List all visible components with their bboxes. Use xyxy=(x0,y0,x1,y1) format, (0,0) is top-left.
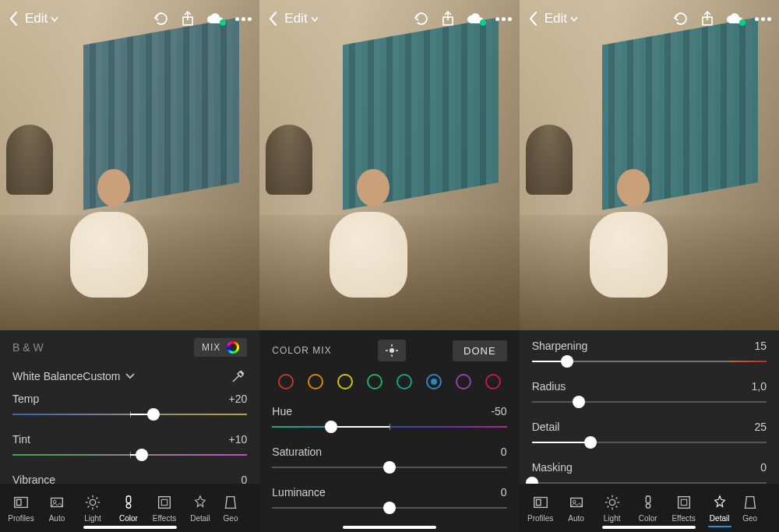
tab-auto[interactable]: Auto xyxy=(39,494,75,523)
swatch-green[interactable] xyxy=(367,374,382,389)
tab-color[interactable]: Color xyxy=(630,494,666,523)
tab-effects[interactable]: Effects xyxy=(666,494,702,523)
top-bar: Edit xyxy=(0,0,259,37)
detail-value: 25 xyxy=(754,421,767,433)
target-adjust-icon[interactable] xyxy=(378,340,406,361)
home-indicator[interactable] xyxy=(602,526,696,529)
photo-preview[interactable] xyxy=(520,0,779,330)
cloud-sync-icon[interactable] xyxy=(725,12,744,25)
bw-toggle[interactable]: B & W xyxy=(12,341,44,354)
edit-dropdown[interactable]: Edit xyxy=(545,11,578,26)
hue-label: Hue xyxy=(272,405,292,417)
sharpening-value: 15 xyxy=(754,340,767,352)
svg-line-35 xyxy=(607,497,608,499)
swatch-blue[interactable] xyxy=(426,374,442,389)
svg-point-5 xyxy=(90,499,95,505)
cloud-sync-icon[interactable] xyxy=(206,12,224,25)
hue-value: -50 xyxy=(491,405,506,417)
undo-icon[interactable] xyxy=(672,12,689,26)
more-icon[interactable] xyxy=(235,17,252,21)
white-balance-dropdown[interactable]: Custom xyxy=(83,370,134,382)
svg-line-37 xyxy=(607,506,608,507)
svg-point-30 xyxy=(609,499,615,505)
home-indicator[interactable] xyxy=(83,526,177,529)
luminance-label: Luminance xyxy=(272,486,326,499)
svg-line-36 xyxy=(615,506,617,507)
saturation-slider[interactable] xyxy=(272,460,506,475)
luminance-slider[interactable] xyxy=(272,500,506,516)
tool-tabs: Profiles Auto Light Color Effects Detail… xyxy=(520,484,779,532)
share-icon[interactable] xyxy=(181,11,195,26)
tab-color[interactable]: Color xyxy=(111,494,146,523)
back-icon[interactable] xyxy=(8,11,19,26)
tab-effects[interactable]: Effects xyxy=(146,494,182,523)
more-icon[interactable] xyxy=(755,17,771,21)
top-bar: Edit xyxy=(259,0,519,37)
radius-slider[interactable] xyxy=(532,394,767,410)
photo-preview[interactable] xyxy=(0,0,259,330)
saturation-label: Saturation xyxy=(272,446,322,458)
svg-line-12 xyxy=(88,506,90,507)
screen-detail-panel: Edit Sharpening 15 Radius 1,0 xyxy=(520,0,779,532)
more-icon[interactable] xyxy=(495,17,512,21)
svg-line-11 xyxy=(97,506,98,507)
swatch-red[interactable] xyxy=(278,374,294,389)
saturation-value: 0 xyxy=(501,446,507,458)
radius-value: 1,0 xyxy=(752,380,767,393)
svg-rect-42 xyxy=(681,499,686,505)
radius-label: Radius xyxy=(532,380,566,393)
tab-profiles[interactable]: Profiles xyxy=(3,494,39,523)
tab-light[interactable]: Light xyxy=(594,494,630,523)
svg-rect-14 xyxy=(126,495,131,502)
top-bar: Edit xyxy=(520,0,779,37)
svg-point-15 xyxy=(126,503,131,508)
hue-slider[interactable] xyxy=(272,419,506,435)
undo-icon[interactable] xyxy=(413,12,430,26)
color-mix-title: COLOR MIX xyxy=(272,345,331,356)
edit-dropdown[interactable]: Edit xyxy=(284,11,318,26)
swatch-yellow[interactable] xyxy=(337,374,353,389)
detail-slider[interactable] xyxy=(532,435,767,450)
svg-rect-39 xyxy=(646,495,650,502)
eyedropper-icon[interactable] xyxy=(230,368,247,385)
swatch-aqua[interactable] xyxy=(397,374,412,389)
white-balance-label: White Balance xyxy=(12,370,83,382)
svg-rect-2 xyxy=(17,499,22,505)
svg-rect-41 xyxy=(678,496,689,508)
tab-geometry[interactable]: Geo xyxy=(738,494,763,523)
temp-value: +20 xyxy=(229,393,248,405)
back-icon[interactable] xyxy=(267,11,278,26)
home-indicator[interactable] xyxy=(343,526,436,529)
mix-button[interactable]: MIX xyxy=(194,338,247,357)
masking-label: Masking xyxy=(532,461,573,474)
tool-tabs: Profiles Auto Light Color Effects Detail… xyxy=(0,484,259,532)
tab-detail[interactable]: Detail xyxy=(702,494,738,523)
tint-slider[interactable] xyxy=(12,447,247,463)
svg-point-20 xyxy=(390,348,394,353)
undo-icon[interactable] xyxy=(153,12,170,26)
edit-dropdown[interactable]: Edit xyxy=(25,11,58,26)
svg-rect-18 xyxy=(161,499,167,505)
svg-rect-17 xyxy=(159,496,171,508)
tab-auto[interactable]: Auto xyxy=(559,494,594,523)
sharpening-slider[interactable] xyxy=(532,354,767,369)
swatch-magenta[interactable] xyxy=(485,374,501,389)
share-icon[interactable] xyxy=(441,11,455,26)
temp-label: Temp xyxy=(12,393,39,405)
swatch-purple[interactable] xyxy=(456,374,471,389)
color-swatches xyxy=(259,366,519,394)
temp-slider[interactable] xyxy=(12,407,247,422)
cloud-sync-icon[interactable] xyxy=(466,12,485,25)
tab-light[interactable]: Light xyxy=(75,494,111,523)
svg-rect-27 xyxy=(536,499,541,505)
color-mix-panel: COLOR MIX DONE Hue -50 xyxy=(259,330,519,532)
done-button[interactable]: DONE xyxy=(453,340,507,361)
masking-value: 0 xyxy=(760,461,767,474)
tab-detail[interactable]: Detail xyxy=(182,494,218,523)
share-icon[interactable] xyxy=(700,11,714,26)
swatch-orange[interactable] xyxy=(308,374,323,389)
back-icon[interactable] xyxy=(527,11,538,26)
tab-profiles[interactable]: Profiles xyxy=(523,494,559,523)
photo-preview[interactable] xyxy=(259,0,519,330)
tab-geometry[interactable]: Geo xyxy=(218,494,243,523)
